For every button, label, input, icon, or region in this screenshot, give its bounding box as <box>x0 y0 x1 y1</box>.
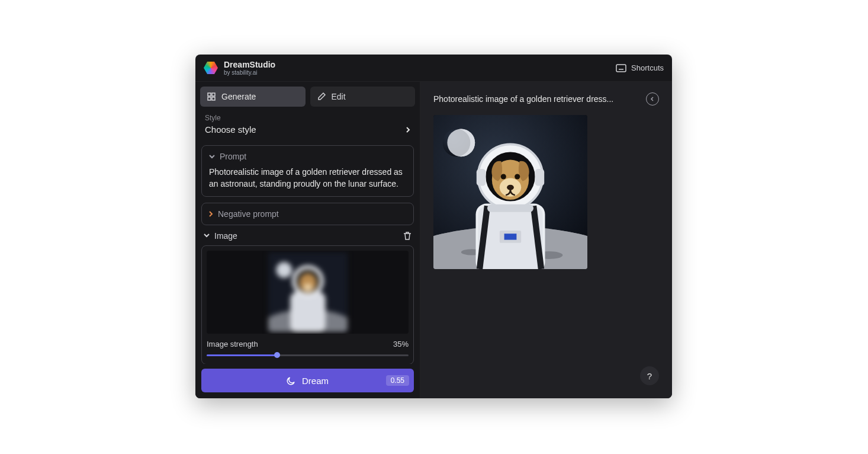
svg-point-36 <box>501 174 506 179</box>
svg-rect-39 <box>477 169 486 186</box>
moon-icon <box>287 376 296 385</box>
generated-image[interactable] <box>433 115 587 269</box>
help-button[interactable]: ? <box>640 366 659 385</box>
chevron-down-icon <box>204 234 210 238</box>
sidebar: Generate Edit Style Choos <box>195 82 420 398</box>
brand-by-prefix: by <box>224 69 232 76</box>
svg-rect-7 <box>212 93 215 96</box>
dream-label: Dream <box>302 376 329 386</box>
svg-point-37 <box>515 174 520 179</box>
reference-image-preview[interactable] <box>207 251 409 334</box>
tab-edit[interactable]: Edit <box>310 87 416 107</box>
svg-rect-0 <box>616 65 626 72</box>
shortcuts-label: Shortcuts <box>631 63 664 72</box>
chevron-right-icon <box>406 126 410 133</box>
chevron-down-icon <box>209 155 215 159</box>
image-strength-row: Image strength 35% <box>207 340 409 349</box>
svg-rect-9 <box>212 97 215 100</box>
brand-by-link[interactable]: stability.ai <box>232 69 257 76</box>
chevron-right-icon <box>209 211 213 217</box>
back-button[interactable] <box>646 92 659 105</box>
image-strength-slider[interactable] <box>207 351 409 359</box>
svg-rect-14 <box>292 293 324 330</box>
svg-point-38 <box>507 185 514 190</box>
prompt-header[interactable]: Prompt <box>209 152 406 161</box>
edit-icon <box>317 92 326 101</box>
brand-subtitle: by stability.ai <box>224 69 275 76</box>
help-label: ? <box>647 371 652 381</box>
prompt-label: Prompt <box>220 152 246 161</box>
tab-generate[interactable]: Generate <box>200 87 306 107</box>
app-window: DreamStudio by stability.ai Shortcuts <box>195 55 672 398</box>
image-strength-value: 35% <box>393 340 409 349</box>
dream-cost: 0.55 <box>386 375 409 386</box>
svg-point-11 <box>276 262 292 278</box>
brand-text: DreamStudio by stability.ai <box>224 60 275 76</box>
slider-thumb[interactable] <box>274 352 280 358</box>
prompt-text[interactable]: Photorealistic image of a golden retriev… <box>209 166 406 190</box>
settings-panel: Style Choose style <box>195 107 420 364</box>
canvas-area: Photorealistic image of a golden retriev… <box>420 82 672 398</box>
generated-image-content <box>433 115 587 269</box>
negative-prompt-card[interactable]: Negative prompt <box>201 203 414 225</box>
mode-tabs: Generate Edit <box>195 82 420 107</box>
svg-rect-30 <box>504 234 517 239</box>
svg-point-22 <box>447 129 475 156</box>
negative-prompt-label: Negative prompt <box>218 209 279 219</box>
reference-image-card: Image strength 35% <box>201 245 414 364</box>
negative-prompt-header[interactable]: Negative prompt <box>209 209 406 219</box>
dream-bar: Dream 0.55 <box>195 364 420 398</box>
image-strength-label: Image strength <box>207 340 258 349</box>
canvas-header: Photorealistic image of a golden retriev… <box>433 92 659 105</box>
trash-icon[interactable] <box>403 231 412 241</box>
brand-logo: DreamStudio by stability.ai <box>204 60 275 76</box>
svg-rect-40 <box>535 169 545 186</box>
svg-rect-8 <box>208 97 211 100</box>
prompt-card[interactable]: Prompt Photorealistic image of a golden … <box>201 145 414 197</box>
shortcuts-button[interactable]: Shortcuts <box>616 63 664 72</box>
grid-icon <box>207 92 216 101</box>
dream-button[interactable]: Dream 0.55 <box>201 369 414 392</box>
image-section-header[interactable]: Image <box>201 225 414 243</box>
style-value: Choose style <box>205 124 256 135</box>
app-header: DreamStudio by stability.ai Shortcuts <box>195 55 672 82</box>
canvas-title: Photorealistic image of a golden retriev… <box>433 94 613 104</box>
logo-icon <box>204 61 218 75</box>
reference-image-thumbnail <box>268 252 348 332</box>
style-picker[interactable]: Style Choose style <box>201 111 414 139</box>
svg-rect-41 <box>487 204 533 212</box>
tab-edit-label: Edit <box>332 92 346 101</box>
brand-name: DreamStudio <box>224 60 275 69</box>
svg-point-18 <box>303 283 312 291</box>
style-label: Style <box>204 114 412 122</box>
tab-generate-label: Generate <box>221 92 256 101</box>
keyboard-icon <box>616 64 626 72</box>
image-section-label: Image <box>214 231 237 241</box>
svg-rect-6 <box>208 93 211 96</box>
